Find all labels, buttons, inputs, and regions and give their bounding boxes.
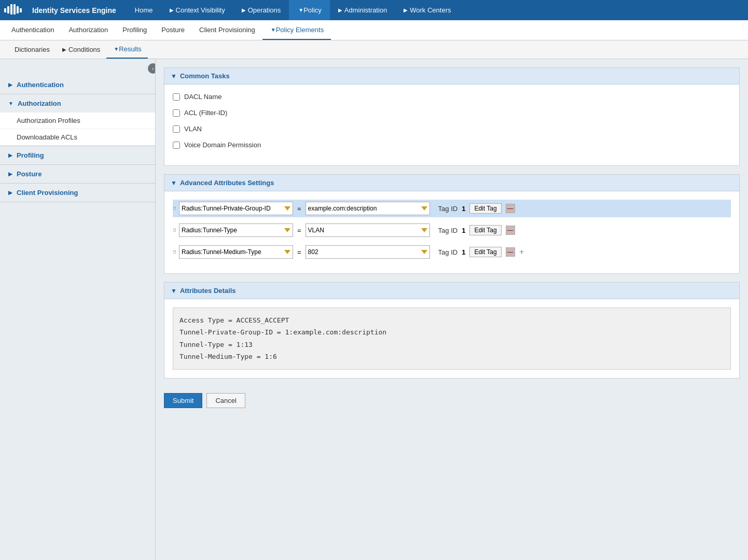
acl-filter-row: ACL (Filter-ID) (173, 109, 731, 117)
add-attribute-button[interactable]: + (517, 247, 527, 257)
dacl-name-label: DACL Name (184, 93, 221, 101)
svg-rect-5 (20, 8, 22, 12)
sidebar-item-downloadable-acls[interactable]: Downloadable ACLs (0, 129, 155, 146)
vlan-label: VLAN (184, 125, 202, 133)
app-title: Identity Services Engine (32, 6, 116, 15)
attributes-details-panel: ▼ Attributes Details Access Type = ACCES… (164, 282, 740, 379)
third-navigation: Dictionaries ▶ Conditions ▼ Results (0, 40, 748, 59)
nav-home-label: Home (135, 6, 153, 14)
acl-filter-checkbox[interactable] (173, 109, 180, 117)
attr-select-1[interactable]: Radius:Tunnel-Type (179, 223, 293, 237)
attributes-details-header: ▼ Attributes Details (164, 283, 739, 299)
tab-results[interactable]: ▼ Results (106, 40, 147, 59)
nav-item-policy[interactable]: ▼ Policy (289, 0, 330, 20)
nav-operations-arrow: ▶ (242, 7, 246, 13)
tab-dictionaries[interactable]: Dictionaries (8, 40, 56, 59)
advanced-attributes-body: ⠿ Radius:Tunnel-Private-Group-ID = examp… (164, 191, 739, 273)
sidebar-section-authentication-header[interactable]: ▶ Authentication (0, 76, 155, 94)
sidebar-section-profiling-header[interactable]: ▶ Profiling (0, 146, 155, 164)
advanced-attr-row-0: ⠿ Radius:Tunnel-Private-Group-ID = examp… (173, 200, 731, 217)
tab-authorization-label: Authorization (68, 26, 108, 34)
remove-btn-2[interactable]: — (506, 247, 515, 257)
nav-item-home[interactable]: Home (127, 0, 161, 20)
sidebar-profiling-arrow: ▶ (8, 152, 12, 158)
tab-authentication[interactable]: Authentication (4, 20, 61, 40)
submit-button[interactable]: Submit (164, 393, 202, 408)
vlan-row: VLAN (173, 125, 731, 133)
attributes-details-arrow: ▼ (171, 287, 177, 295)
common-tasks-body: DACL Name ACL (Filter-ID) VLAN Voice Dom… (164, 85, 739, 165)
nav-operations-label: Operations (248, 6, 281, 14)
attributes-details-box: Access Type = ACCESS_ACCEPT Tunnel-Priva… (173, 307, 731, 370)
detail-line-1: Tunnel-Private-Group-ID = 1:example.com:… (179, 326, 724, 338)
edit-tag-button-1[interactable]: Edit Tag (469, 225, 501, 235)
tab-policy-elements-arrow: ▼ (271, 27, 276, 33)
nav-work-label: Work Centers (410, 6, 451, 14)
svg-rect-1 (7, 6, 9, 13)
svg-rect-4 (17, 6, 19, 13)
nav-item-operations[interactable]: ▶ Operations (233, 0, 289, 20)
sidebar: ‹ ▶ Authentication ▼ Authorization Autho… (0, 59, 156, 560)
tab-conditions-arrow: ▶ (62, 47, 66, 52)
advanced-attributes-arrow: ▼ (171, 179, 177, 187)
drag-handle-2: ⠿ (173, 249, 177, 255)
sidebar-posture-arrow: ▶ (8, 171, 12, 177)
tab-profiling-label: Profiling (122, 26, 147, 34)
content-area: ▼ Common Tasks DACL Name ACL (Filter-ID)… (156, 59, 748, 560)
sidebar-section-authorization-header[interactable]: ▼ Authorization (0, 94, 155, 113)
tab-client-provisioning-label: Client Provisioning (199, 26, 255, 34)
sidebar-downloadable-acls-label: Downloadable ACLs (17, 133, 77, 141)
sidebar-item-authorization-profiles[interactable]: Authorization Profiles (0, 113, 155, 129)
sidebar-authentication-arrow: ▶ (8, 82, 12, 88)
sidebar-section-client-provisioning: ▶ Client Provisioning (0, 184, 155, 202)
attr-value-select-0[interactable]: example.com:description (306, 202, 430, 215)
tab-posture-label: Posture (161, 26, 185, 34)
dacl-name-checkbox[interactable] (173, 93, 180, 101)
nav-item-work-centers[interactable]: ▶ Work Centers (395, 0, 459, 20)
remove-btn-1[interactable]: — (506, 226, 515, 235)
vlan-checkbox[interactable] (173, 125, 180, 133)
tab-client-provisioning[interactable]: Client Provisioning (192, 20, 262, 40)
sidebar-posture-title: Posture (17, 170, 41, 178)
tag-id-value-2: 1 (462, 248, 465, 256)
tag-id-value-0: 1 (462, 205, 465, 213)
nav-context-label: Context Visibility (176, 6, 225, 14)
sidebar-section-posture-header[interactable]: ▶ Posture (0, 165, 155, 183)
voice-domain-checkbox[interactable] (173, 142, 180, 149)
tab-results-arrow: ▼ (114, 46, 119, 52)
main-layout: ‹ ▶ Authentication ▼ Authorization Autho… (0, 59, 748, 560)
sidebar-authorization-title: Authorization (18, 100, 61, 107)
attr-value-select-1[interactable]: VLAN (306, 223, 430, 237)
attributes-details-body: Access Type = ACCESS_ACCEPT Tunnel-Priva… (164, 299, 739, 378)
nav-work-arrow: ▶ (404, 7, 408, 13)
cancel-button[interactable]: Cancel (206, 393, 245, 408)
sidebar-section-authorization: ▼ Authorization Authorization Profiles D… (0, 94, 155, 146)
common-tasks-panel: ▼ Common Tasks DACL Name ACL (Filter-ID)… (164, 67, 740, 166)
remove-btn-0[interactable]: — (506, 204, 515, 213)
acl-filter-label: ACL (Filter-ID) (184, 109, 227, 117)
attr-eq-0: = (297, 205, 301, 213)
common-tasks-arrow: ▼ (171, 73, 177, 80)
sidebar-collapse-button[interactable]: ‹ (148, 63, 156, 74)
nav-item-context-visibility[interactable]: ▶ Context Visibility (161, 0, 233, 20)
attr-value-select-2[interactable]: 802 (306, 245, 430, 259)
common-tasks-header: ▼ Common Tasks (164, 68, 739, 85)
sidebar-collapse-area: ‹ (0, 59, 155, 76)
voice-domain-label: Voice Domain Permission (184, 141, 261, 149)
nav-admin-label: Administration (344, 6, 387, 14)
edit-tag-button-0[interactable]: Edit Tag (469, 203, 501, 214)
tab-profiling[interactable]: Profiling (115, 20, 154, 40)
sidebar-section-client-provisioning-header[interactable]: ▶ Client Provisioning (0, 184, 155, 202)
top-navigation: Identity Services Engine Home ▶ Context … (0, 0, 748, 20)
advanced-attributes-header: ▼ Advanced Attributes Settings (164, 175, 739, 191)
nav-item-administration[interactable]: ▶ Administration (330, 0, 395, 20)
tab-authorization[interactable]: Authorization (61, 20, 115, 40)
tab-conditions[interactable]: ▶ Conditions (56, 40, 106, 59)
voice-domain-row: Voice Domain Permission (173, 141, 731, 149)
attr-select-0[interactable]: Radius:Tunnel-Private-Group-ID (179, 202, 293, 215)
edit-tag-button-2[interactable]: Edit Tag (469, 247, 501, 257)
tab-posture[interactable]: Posture (154, 20, 192, 40)
tab-authentication-label: Authentication (11, 26, 54, 34)
tab-policy-elements[interactable]: ▼ Policy Elements (262, 20, 331, 40)
attr-select-2[interactable]: Radius:Tunnel-Medium-Type (179, 245, 293, 259)
